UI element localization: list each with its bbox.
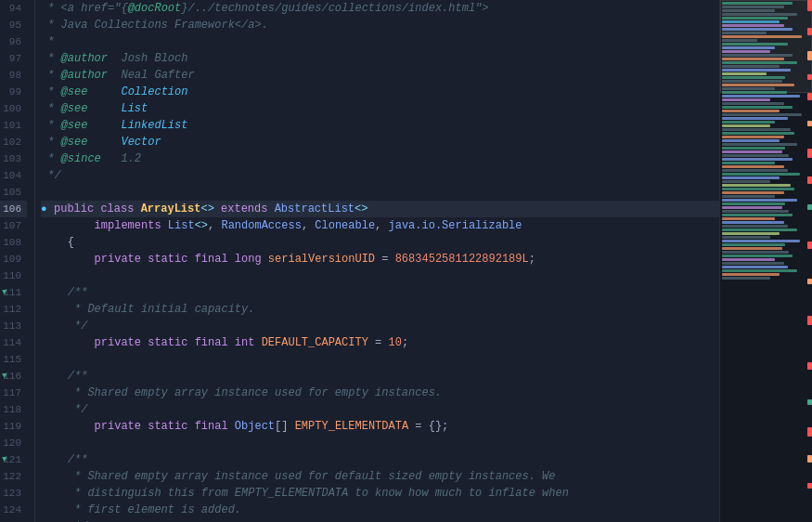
code-line-105 bbox=[41, 184, 719, 201]
line-117: 117 bbox=[0, 385, 27, 401]
code-text: private static final int bbox=[95, 334, 262, 351]
line-118: 118 bbox=[0, 401, 27, 418]
code-text: */ bbox=[41, 518, 87, 522]
line-121: ▼121 bbox=[0, 451, 27, 468]
code-text: <> bbox=[354, 201, 367, 217]
code-line-109: private static final long serialVersionU… bbox=[41, 251, 719, 268]
code-text: /** bbox=[41, 368, 87, 385]
code-text: * Default initial capacity. bbox=[41, 301, 254, 318]
code-text: */ bbox=[41, 318, 87, 334]
code-text: DEFAULT_CAPACITY bbox=[262, 334, 368, 351]
code-text: */ bbox=[41, 167, 61, 184]
minimap-error-4 bbox=[807, 93, 812, 100]
code-text bbox=[41, 251, 95, 268]
code-line-124: * first element is added. bbox=[41, 502, 719, 518]
code-text: * Shared empty array instance used for d… bbox=[41, 468, 556, 485]
code-line-103: * @since 1.2 bbox=[41, 150, 719, 167]
code-text: /** bbox=[41, 284, 87, 301]
code-line-122: * Shared empty array instance used for d… bbox=[41, 468, 719, 485]
code-line-102: * @see Vector bbox=[41, 134, 719, 150]
code-text: * @author Neal Gafter bbox=[41, 67, 195, 84]
code-line-113: */ bbox=[41, 318, 719, 334]
line-104: 104 bbox=[0, 167, 27, 184]
code-text: ArrayList bbox=[141, 201, 201, 217]
minimap-error-7 bbox=[807, 241, 812, 249]
line-98: 98 bbox=[0, 67, 27, 84]
code-text: , bbox=[208, 217, 221, 234]
code-line-114: private static final int DEFAULT_CAPACIT… bbox=[41, 334, 719, 351]
minimap[interactable] bbox=[719, 0, 812, 522]
code-line-106: ● public class ArrayList<> extends Abstr… bbox=[41, 201, 719, 217]
code-text: Object bbox=[235, 418, 275, 435]
minimap-warning-2 bbox=[807, 121, 812, 126]
code-text: public class bbox=[54, 201, 141, 217]
code-text: EMPTY_ELEMENTDATA bbox=[295, 418, 408, 435]
code-text: serialVersionUID bbox=[268, 251, 375, 268]
minimap-error-2 bbox=[807, 28, 812, 35]
code-line-94: * <a href="{@docRoot}/../technotes/guide… bbox=[41, 0, 719, 17]
line-102: 102 bbox=[0, 134, 27, 150]
line-109: 109 bbox=[0, 251, 27, 268]
code-text: [] bbox=[275, 418, 295, 435]
code-line-111: /** bbox=[41, 284, 719, 301]
code-text: Cloneable bbox=[315, 217, 375, 234]
code-text: * Java Collections Framework</a>. bbox=[41, 17, 268, 33]
code-text: * @since 1.2 bbox=[41, 150, 141, 167]
code-text: private static final bbox=[95, 418, 235, 435]
code-text: ; bbox=[529, 251, 535, 268]
code-text: ; bbox=[402, 334, 408, 351]
code-line-95: * Java Collections Framework</a>. bbox=[41, 17, 719, 33]
code-text: java.io.Serializable bbox=[389, 217, 522, 234]
code-line-96: * bbox=[41, 33, 719, 50]
line-numbers: 94 95 96 97 98 99 100 101 102 103 104 10… bbox=[0, 0, 35, 522]
code-text: <> bbox=[200, 201, 213, 217]
line-123: 123 bbox=[0, 485, 27, 502]
line-112: 112 bbox=[0, 301, 27, 318]
editor-container: 94 95 96 97 98 99 100 101 102 103 104 10… bbox=[0, 0, 812, 522]
line-110: 110 bbox=[0, 268, 27, 284]
minimap-warning-4 bbox=[807, 455, 812, 463]
code-area: 94 95 96 97 98 99 100 101 102 103 104 10… bbox=[0, 0, 719, 522]
code-text: AbstractList bbox=[275, 201, 354, 217]
code-line-98: * @author Neal Gafter bbox=[41, 67, 719, 84]
line-95: 95 bbox=[0, 17, 27, 33]
code-text: /** bbox=[41, 451, 87, 468]
code-text: RandomAccess bbox=[221, 217, 301, 234]
code-text: * bbox=[41, 33, 54, 50]
minimap-error-6 bbox=[807, 176, 812, 184]
minimap-error-9 bbox=[807, 362, 812, 370]
line-100: 100 bbox=[0, 100, 27, 117]
line-96: 96 bbox=[0, 33, 27, 50]
minimap-error-3 bbox=[807, 74, 812, 80]
minimap-error-8 bbox=[807, 316, 812, 325]
code-line-119: private static final Object[] EMPTY_ELEM… bbox=[41, 418, 719, 435]
line-99: 99 bbox=[0, 84, 27, 100]
line-115: 115 bbox=[0, 351, 27, 368]
minimap-warning-3 bbox=[807, 279, 812, 284]
code-line-120 bbox=[41, 435, 719, 451]
code-text: 8683452581122892189L bbox=[395, 251, 529, 268]
code-line-100: * @see List bbox=[41, 100, 719, 117]
line-119: 119 bbox=[0, 418, 27, 435]
main-editor: 94 95 96 97 98 99 100 101 102 103 104 10… bbox=[0, 0, 719, 522]
code-line-125: */ bbox=[41, 518, 719, 522]
code-text: * distinguish this from EMPTY_ELEMENTDAT… bbox=[41, 485, 569, 502]
code-text: = {}; bbox=[408, 418, 448, 435]
code-lines[interactable]: * <a href="{@docRoot}/../technotes/guide… bbox=[35, 0, 719, 522]
code-text: private static final long bbox=[95, 251, 268, 268]
code-line-117: * Shared empty array instance used for e… bbox=[41, 385, 719, 401]
code-line-107: implements List<>, RandomAccess, Cloneab… bbox=[41, 217, 719, 234]
minimap-error-11 bbox=[807, 483, 812, 489]
minimap-info-2 bbox=[807, 399, 812, 405]
code-text: * @see Vector bbox=[41, 134, 161, 150]
code-line-121: /** bbox=[41, 451, 719, 468]
line-107: 107 bbox=[0, 217, 27, 234]
line-116: ▼116 bbox=[0, 368, 27, 385]
minimap-error-1 bbox=[807, 0, 812, 11]
code-text: = bbox=[368, 334, 389, 351]
line-125: 125 bbox=[0, 518, 27, 522]
code-text: { bbox=[41, 234, 74, 251]
code-line-112: * Default initial capacity. bbox=[41, 301, 719, 318]
code-text: = bbox=[375, 251, 395, 268]
gutter-icon-106[interactable]: ● bbox=[41, 201, 54, 217]
